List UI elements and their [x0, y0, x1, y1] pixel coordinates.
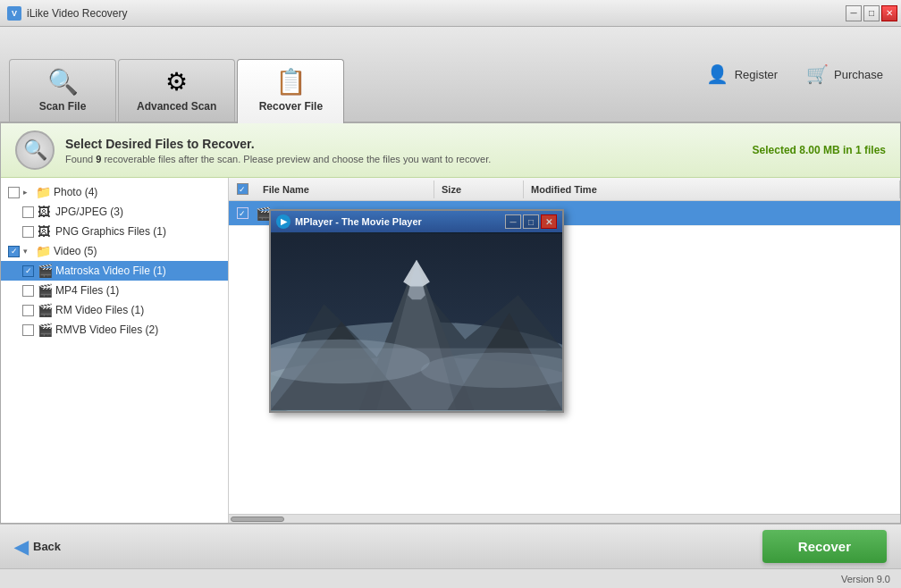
mplayer-icon: ▶	[276, 214, 291, 229]
mkv-checkbox[interactable]: ✓	[22, 265, 34, 277]
maximize-button[interactable]: □	[863, 5, 880, 21]
tree-item-photo[interactable]: ▸ 📁 Photo (4)	[1, 182, 228, 202]
mkv-label: Matroska Video File (1)	[55, 265, 166, 277]
photo-icon: 📁	[36, 185, 50, 199]
file-tree[interactable]: ▸ 📁 Photo (4) 🖼 JPG/JPEG (3) 🖼 PNG Graph…	[1, 178, 229, 523]
status-bar: Version 9.0	[0, 568, 901, 588]
purchase-label: Purchase	[834, 68, 883, 81]
version-text: Version 9.0	[841, 574, 890, 584]
jpg-checkbox[interactable]	[22, 206, 34, 218]
video-icon: 📁	[36, 244, 50, 258]
rm-label: RM Video Files (1)	[55, 304, 144, 316]
app-title: iLike Video Recovery	[27, 7, 128, 20]
header-checkbox-col[interactable]: ✓	[229, 183, 256, 195]
col-header-modified: Modified Time	[524, 181, 900, 198]
video-arrow: ▾	[23, 247, 32, 256]
png-label: PNG Graphics Files (1)	[55, 225, 166, 238]
tree-item-jpg[interactable]: 🖼 JPG/JPEG (3)	[1, 202, 228, 222]
mp4-checkbox[interactable]	[22, 285, 34, 297]
tree-item-video[interactable]: ✓ ▾ 📁 Video (5)	[1, 241, 228, 261]
mplayer-title: MPlayer - The Movie Player	[295, 216, 422, 227]
tree-item-png[interactable]: 🖼 PNG Graphics Files (1)	[1, 222, 228, 241]
purchase-button[interactable]: 🛒 Purchase	[796, 56, 892, 92]
window-controls: ─ □ ✕	[846, 5, 897, 21]
rmvb-icon: 🎬	[38, 323, 52, 337]
register-icon: 👤	[705, 62, 730, 87]
register-label: Register	[735, 68, 778, 81]
tab-scan-file-label: Scan File	[39, 100, 87, 113]
tree-item-mp4[interactable]: 🎬 MP4 Files (1)	[1, 281, 228, 300]
col-header-size: Size	[434, 181, 524, 198]
rm-checkbox[interactable]	[22, 305, 34, 316]
scrollbar-thumb[interactable]	[231, 517, 284, 522]
tab-recover-file[interactable]: 📋 Recover File	[237, 59, 344, 123]
video-label: Video (5)	[54, 245, 97, 257]
main-layout: ▸ 📁 Photo (4) 🖼 JPG/JPEG (3) 🖼 PNG Graph…	[1, 178, 900, 523]
tab-advanced-scan-label: Advanced Scan	[137, 100, 216, 113]
row-checkbox-col[interactable]: ✓	[229, 207, 256, 219]
rmvb-checkbox[interactable]	[22, 324, 34, 336]
info-bar: 🔍 Select Desired Files to Recover. Found…	[1, 123, 900, 178]
mplayer-controls: ─ □ ✕	[505, 214, 557, 229]
mp4-label: MP4 Files (1)	[55, 284, 119, 297]
close-button[interactable]: ✕	[881, 5, 897, 21]
content-area: 🔍 Select Desired Files to Recover. Found…	[0, 123, 901, 524]
mp4-icon: 🎬	[38, 283, 52, 298]
back-arrow-icon: ◀	[14, 536, 28, 558]
rmvb-label: RMVB Video Files (2)	[55, 323, 158, 336]
nav-bar: 🔍 Scan File ⚙ Advanced Scan 📋 Recover Fi…	[0, 27, 901, 123]
footer: ◀ Back Recover	[0, 524, 901, 568]
mkv-icon: 🎬	[38, 264, 52, 278]
back-label: Back	[33, 540, 61, 553]
minimize-button[interactable]: ─	[846, 5, 862, 21]
png-icon: 🖼	[38, 224, 52, 239]
recover-button[interactable]: Recover	[762, 530, 887, 563]
nav-right-buttons: 👤 Register 🛒 Purchase	[696, 56, 892, 92]
photo-arrow: ▸	[23, 188, 32, 197]
info-title: Select Desired Files to Recover.	[65, 137, 491, 151]
back-button[interactable]: ◀ Back	[14, 536, 61, 558]
purchase-icon: 🛒	[804, 62, 829, 87]
mplayer-titlebar: ▶ MPlayer - The Movie Player ─ □ ✕	[271, 211, 562, 232]
mplayer-minimize[interactable]: ─	[505, 214, 521, 229]
tab-scan-file[interactable]: 🔍 Scan File	[9, 59, 116, 122]
file-list: ✓ File Name Size Modified Time ✓ 🎬 14945…	[229, 178, 900, 523]
file-modified: ----	[532, 207, 900, 220]
video-checkbox[interactable]: ✓	[8, 246, 20, 257]
tree-item-rmvb[interactable]: 🎬 RMVB Video Files (2)	[1, 320, 228, 340]
select-all-checkbox[interactable]: ✓	[237, 183, 248, 195]
tab-recover-file-label: Recover File	[259, 100, 323, 113]
horizontal-scrollbar[interactable]	[229, 514, 900, 523]
title-bar: V iLike Video Recovery ─ □ ✕	[0, 0, 901, 27]
file-list-header: ✓ File Name Size Modified Time	[229, 178, 900, 201]
info-text: Select Desired Files to Recover. Found 9…	[65, 137, 491, 164]
photo-label: Photo (4)	[54, 186, 97, 198]
file-count: 9	[96, 154, 101, 164]
register-button[interactable]: 👤 Register	[696, 56, 787, 92]
mplayer-close[interactable]: ✕	[541, 214, 557, 229]
jpg-label: JPG/JPEG (3)	[55, 206, 123, 218]
scan-file-icon: 🔍	[47, 67, 79, 97]
recover-file-icon: 📋	[275, 67, 307, 97]
col-header-name: File Name	[256, 181, 434, 198]
info-description: Found 9 recoverable files after the scan…	[65, 154, 491, 164]
info-left: 🔍 Select Desired Files to Recover. Found…	[15, 130, 491, 170]
selected-info: Selected 8.00 MB in 1 files	[753, 144, 886, 156]
rm-icon: 🎬	[38, 303, 52, 317]
tree-item-rm[interactable]: 🎬 RM Video Files (1)	[1, 300, 228, 320]
row-checkbox[interactable]: ✓	[237, 207, 248, 219]
png-checkbox[interactable]	[22, 226, 34, 238]
info-icon: 🔍	[15, 130, 55, 170]
mplayer-video-area	[271, 232, 562, 411]
advanced-scan-icon: ⚙	[165, 67, 188, 97]
mplayer-window: ▶ MPlayer - The Movie Player ─ □ ✕	[269, 209, 564, 413]
mplayer-maximize[interactable]: □	[523, 214, 539, 229]
tree-item-mkv[interactable]: ✓ 🎬 Matroska Video File (1)	[1, 261, 228, 281]
jpg-icon: 🖼	[38, 205, 52, 219]
tab-advanced-scan[interactable]: ⚙ Advanced Scan	[118, 59, 235, 122]
photo-checkbox[interactable]	[8, 187, 20, 198]
video-preview	[271, 232, 562, 411]
app-icon: V	[7, 6, 21, 21]
